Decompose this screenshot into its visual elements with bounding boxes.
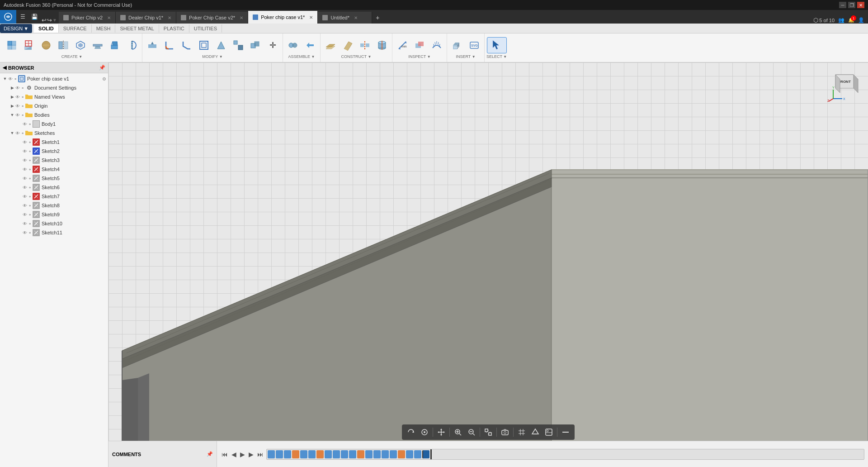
tree-item-named-views[interactable]: ▶ 👁 ⚬ Named Views	[0, 92, 108, 101]
tree-item-eye-icon[interactable]: 👁	[23, 221, 27, 226]
timeline-to-end-button[interactable]: ⏭	[256, 450, 264, 459]
viewcube[interactable]: FRONT X Y Z	[826, 68, 863, 104]
tree-item-eye-icon[interactable]: 👁	[15, 86, 20, 91]
tree-root-settings-icon[interactable]: ⚙	[102, 76, 106, 81]
tab-close-poker-chip-v2[interactable]: ✕	[107, 15, 111, 20]
tab-poker-chip-v2[interactable]: Poker Chip v2 ✕	[59, 12, 116, 24]
construct-arrow-icon[interactable]: ▼	[368, 55, 371, 59]
tree-item-eye-icon[interactable]: 👁	[23, 149, 27, 154]
mirror-component-button[interactable]	[55, 37, 71, 53]
tree-item-sketch8[interactable]: ▶ 👁 ⚬ Sketch8	[0, 201, 108, 210]
timeline-track[interactable]	[266, 449, 864, 460]
tab-close-poker-chip-case-v2[interactable]: ✕	[240, 15, 243, 20]
create-arrow-icon[interactable]: ▼	[79, 55, 82, 59]
browser-pin-icon[interactable]: 📌	[99, 65, 105, 71]
extrude-button[interactable]	[107, 37, 123, 53]
axis-through-cylinder-button[interactable]	[374, 37, 390, 53]
mode-tab-solid[interactable]: SOLID	[34, 24, 59, 33]
tab-untitled[interactable]: Untitled* ✕	[318, 12, 372, 24]
tree-item-sketch9[interactable]: ▶ 👁 ⚬ Sketch9	[0, 210, 108, 219]
more-options-button[interactable]	[559, 426, 572, 438]
add-tab-button[interactable]: +	[372, 12, 383, 24]
redo-button[interactable]: ↪	[47, 17, 52, 24]
tree-item-sketch2[interactable]: ▶ 👁 ⚬ Sketch2	[0, 147, 108, 156]
tree-item-eye-icon[interactable]: 👁	[15, 113, 20, 118]
timeline-prev-button[interactable]: ◀	[231, 450, 237, 459]
sheet-metal-button[interactable]	[90, 37, 106, 53]
fillet-button[interactable]	[161, 37, 178, 53]
timeline-item[interactable]	[292, 450, 299, 458]
tree-item-eye-icon[interactable]: 👁	[23, 230, 27, 235]
viewport[interactable]: FRONT X Y Z	[108, 62, 868, 467]
timeline-item[interactable]	[398, 450, 405, 458]
camera-button[interactable]	[499, 426, 511, 438]
timeline-item[interactable]	[333, 450, 340, 458]
tree-item-arrow-icon[interactable]: ▼	[9, 131, 15, 135]
press-pull-button[interactable]	[144, 37, 160, 53]
timeline-item[interactable]	[276, 450, 283, 458]
tree-item-sketch11[interactable]: ▶ 👁 ⚬ Sketch11	[0, 228, 108, 237]
nav-arrow-icon[interactable]: ⬡	[813, 17, 818, 24]
mode-tab-surface[interactable]: SURFACE	[59, 24, 92, 33]
tree-item-eye-icon[interactable]: 👁	[23, 158, 27, 163]
pan-button[interactable]	[435, 426, 448, 438]
revolve-button[interactable]	[124, 37, 140, 53]
grid-button[interactable]	[515, 426, 528, 438]
minimize-button[interactable]: ─	[839, 2, 846, 8]
timeline-item[interactable]	[422, 450, 429, 458]
move-button[interactable]: ✛	[264, 37, 281, 53]
timeline-item[interactable]	[406, 450, 413, 458]
curvature-comb-button[interactable]	[429, 37, 445, 53]
timeline-to-start-button[interactable]: ⏮	[221, 450, 229, 459]
comments-pin-icon[interactable]: 📌	[207, 451, 213, 457]
joint-button[interactable]	[285, 37, 301, 53]
tree-item-eye-icon[interactable]: 👁	[23, 167, 27, 172]
timeline-item[interactable]	[268, 450, 275, 458]
draft-button[interactable]	[213, 37, 229, 53]
tree-item-eye-icon[interactable]: 👁	[15, 131, 20, 136]
select-mode-button[interactable]	[487, 37, 507, 53]
inspect-arrow-icon[interactable]: ▼	[427, 55, 431, 59]
app-icon[interactable]	[0, 10, 16, 24]
tab-close-untitled[interactable]: ✕	[354, 15, 358, 20]
mode-tab-sheet-metal[interactable]: SHEET METAL	[115, 24, 159, 33]
zoom-out-button[interactable]	[465, 426, 478, 438]
interference-button[interactable]	[411, 37, 428, 53]
timeline-play-button[interactable]: ▶	[239, 450, 246, 459]
tree-item-eye-icon[interactable]: 👁	[23, 176, 27, 181]
tree-item-arrow-icon[interactable]: ▶	[9, 95, 15, 99]
shell-button[interactable]	[196, 37, 212, 53]
modify-arrow-icon[interactable]: ▼	[219, 55, 223, 59]
close-button[interactable]: ✕	[857, 2, 864, 8]
offset-plane-button[interactable]	[322, 37, 339, 53]
tree-item-arrow-icon[interactable]: ▶	[9, 104, 15, 108]
tree-item-sketch4[interactable]: ▶ 👁 ⚬ Sketch4	[0, 165, 108, 174]
timeline-item[interactable]	[316, 450, 324, 458]
undo-arrow[interactable]: ▼	[52, 18, 57, 23]
user-icon[interactable]: 👤	[858, 17, 864, 23]
tree-item-sketch10[interactable]: ▶ 👁 ⚬ Sketch10	[0, 219, 108, 228]
people-icon[interactable]: 👥	[838, 17, 844, 23]
select-arrow-icon[interactable]: ▼	[503, 55, 507, 59]
look-at-button[interactable]	[418, 426, 431, 438]
create-form-button[interactable]	[38, 37, 54, 53]
timeline-item[interactable]	[373, 450, 381, 458]
zoom-in-button[interactable]	[452, 426, 464, 438]
base-feature-button[interactable]	[72, 37, 89, 53]
new-component-button[interactable]	[4, 37, 20, 53]
create-sketch-button[interactable]	[21, 37, 37, 53]
insert-svg-button[interactable]: SVG	[466, 37, 482, 53]
measure-button[interactable]: mm	[394, 37, 410, 53]
timeline-item[interactable]	[382, 450, 389, 458]
tree-item-document-settings[interactable]: ▶ 👁 ⚬ ⚙ Document Settings	[0, 83, 108, 92]
timeline-item[interactable]	[349, 450, 356, 458]
combine-button[interactable]	[247, 37, 264, 53]
tree-item-arrow-icon[interactable]: ▶	[9, 86, 15, 90]
fit-button[interactable]	[482, 426, 495, 438]
tab-poker-chip-case-v2[interactable]: Poker Chip Case v2* ✕	[176, 12, 248, 24]
scale-button[interactable]	[230, 37, 246, 53]
orbit-button[interactable]	[405, 426, 417, 438]
insert-arrow-icon[interactable]: ▼	[472, 55, 476, 59]
environment-button[interactable]	[542, 426, 555, 438]
hamburger-menu[interactable]: ☰	[16, 10, 29, 24]
